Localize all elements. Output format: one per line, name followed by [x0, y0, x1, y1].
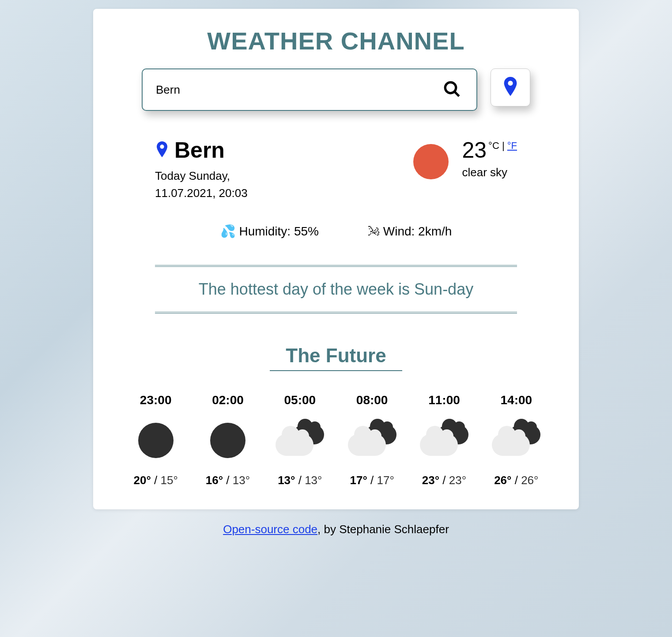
svg-point-3: [160, 144, 164, 148]
forecast-item: 11:0023° / 23°: [409, 393, 479, 487]
search-icon: [443, 80, 461, 99]
forecast-time: 23:00: [140, 393, 172, 407]
forecast-item: 02:0016° / 13°: [193, 393, 263, 487]
wind-label: Wind:: [383, 224, 415, 238]
forecast-low: 17°: [377, 474, 394, 487]
location-column: Bern Today Sunday, 11.07.2021, 20:03: [155, 137, 248, 202]
forecast-temps: 17° / 17°: [350, 474, 394, 487]
cloud-icon: [276, 421, 324, 460]
footer-rest: , by Stephanie Schlaepfer: [317, 523, 449, 536]
source-link[interactable]: Open-source code: [223, 523, 317, 536]
current-row: Bern Today Sunday, 11.07.2021, 20:03 23 …: [115, 137, 557, 202]
weather-card: WEATHER CHANNEL: [93, 9, 579, 509]
svg-point-2: [508, 81, 513, 86]
cloud-icon: [492, 421, 540, 460]
condition-column: 23 °C | °F clear sky: [413, 137, 517, 202]
forecast-temps: 13° / 13°: [278, 474, 322, 487]
moon-icon: [210, 421, 245, 460]
forecast-item: 08:0017° / 17°: [337, 393, 408, 487]
forecast-temps: 26° / 26°: [494, 474, 538, 487]
wind-stat: 🌬 Wind: 2km/h: [367, 224, 452, 239]
quote-text: The hottest day of the week is Sun-day: [199, 280, 473, 298]
forecast-time: 11:00: [428, 393, 460, 407]
humidity-stat: 💦 Humidity: 55%: [220, 224, 319, 239]
unit-celsius[interactable]: °C: [488, 140, 499, 151]
forecast-temps: 23° / 23°: [422, 474, 466, 487]
city-name: Bern: [174, 137, 225, 163]
forecast-low: 23°: [449, 474, 466, 487]
search-input[interactable]: [156, 83, 441, 97]
forecast-time: 05:00: [284, 393, 316, 407]
forecast-high: 13°: [278, 474, 295, 487]
forecast-high: 17°: [350, 474, 367, 487]
forecast-high: 26°: [494, 474, 511, 487]
forecast-time: 08:00: [356, 393, 388, 407]
forecast-item: 23:0020° / 15°: [121, 393, 191, 487]
cloud-icon: [420, 421, 468, 460]
footer: Open-source code, by Stephanie Schlaepfe…: [223, 523, 449, 536]
date-part2: 11.07.2021, 20:03: [155, 186, 248, 200]
forecast-time: 14:00: [500, 393, 532, 407]
pin-icon: [155, 141, 169, 159]
future-underline: [270, 370, 402, 371]
moon-icon: [138, 421, 174, 460]
forecast-item: 14:0026° / 26°: [481, 393, 551, 487]
humidity-value: 55%: [294, 224, 319, 238]
search-box: [142, 68, 477, 111]
humidity-label: Humidity:: [239, 224, 291, 238]
pin-icon: [502, 77, 519, 98]
condition-text: clear sky: [462, 166, 517, 179]
future-title: The Future: [115, 345, 557, 367]
forecast-temps: 20° / 15°: [133, 474, 177, 487]
forecast-high: 23°: [422, 474, 439, 487]
wind-icon: 🌬: [367, 224, 380, 238]
droplet-icon: 💦: [220, 224, 236, 238]
unit-separator: |: [499, 140, 507, 151]
search-row: [115, 68, 557, 111]
forecast-row: 23:0020° / 15°02:0016° / 13°05:0013° / 1…: [115, 393, 557, 487]
date-line: Today Sunday, 11.07.2021, 20:03: [155, 167, 248, 202]
forecast-low: 13°: [233, 474, 250, 487]
geolocate-button[interactable]: [491, 68, 530, 106]
app-title: WEATHER CHANNEL: [115, 27, 557, 55]
forecast-low: 26°: [521, 474, 538, 487]
forecast-temps: 16° / 13°: [206, 474, 250, 487]
stats-row: 💦 Humidity: 55% 🌬 Wind: 2km/h: [115, 224, 557, 239]
svg-point-0: [445, 82, 456, 93]
quote-box: The hottest day of the week is Sun-day: [155, 265, 517, 314]
date-part1: Today Sunday,: [155, 169, 230, 182]
forecast-item: 05:0013° / 13°: [264, 393, 335, 487]
sun-icon: [413, 144, 449, 179]
forecast-high: 20°: [133, 474, 151, 487]
cloud-icon: [348, 421, 396, 460]
svg-line-1: [454, 91, 459, 96]
forecast-low: 15°: [160, 474, 177, 487]
forecast-low: 13°: [305, 474, 322, 487]
forecast-high: 16°: [206, 474, 223, 487]
temperature-value: 23: [462, 137, 487, 163]
forecast-time: 02:00: [212, 393, 244, 407]
search-button[interactable]: [441, 78, 463, 102]
unit-fahrenheit[interactable]: °F: [507, 140, 517, 151]
wind-value: 2km/h: [418, 224, 452, 238]
